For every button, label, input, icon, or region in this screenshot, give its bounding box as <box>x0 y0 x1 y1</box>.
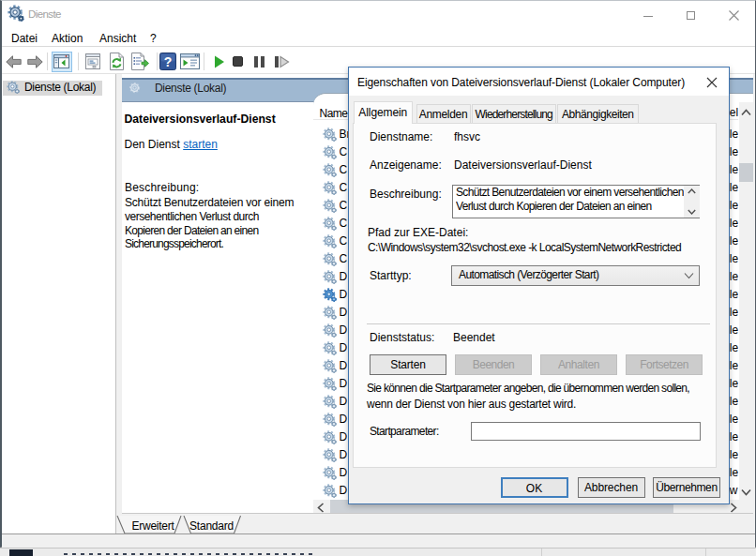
svg-text:?: ? <box>164 54 173 69</box>
